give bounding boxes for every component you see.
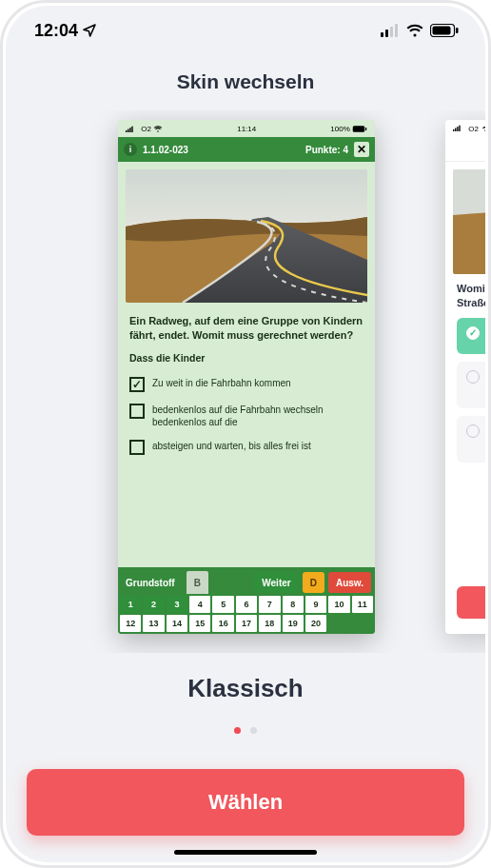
- battery-icon: [430, 24, 459, 37]
- pager-dot[interactable]: [234, 727, 241, 734]
- tab-b[interactable]: B: [187, 571, 208, 594]
- peek-question-text: Womit mStraßenk: [445, 282, 485, 310]
- check-circle-icon: [466, 326, 480, 340]
- question-nav-cell[interactable]: 15: [189, 615, 210, 632]
- question-nav-cell[interactable]: 14: [167, 615, 187, 632]
- svg-rect-16: [457, 127, 458, 131]
- info-icon[interactable]: i: [124, 143, 137, 156]
- peek-bottom-button[interactable]: [457, 586, 485, 619]
- question-nav-cell[interactable]: 5: [212, 596, 233, 613]
- svg-rect-1: [385, 30, 388, 37]
- svg-rect-11: [353, 126, 365, 132]
- peek-answer-correct[interactable]: Dortgebl: [457, 318, 485, 354]
- points-label: Punkte: 4: [305, 145, 348, 155]
- peek-header: Abzubrechen: [445, 137, 485, 162]
- preview-carrier: O2: [126, 125, 163, 133]
- question-nav-cell[interactable]: 16: [212, 615, 233, 632]
- svg-rect-12: [365, 128, 366, 130]
- svg-rect-3: [395, 24, 398, 37]
- next-button[interactable]: Weiter: [254, 572, 298, 593]
- preview-status-bar: O2 11:14 100%: [118, 120, 375, 137]
- svg-rect-9: [129, 128, 130, 132]
- checkbox-icon[interactable]: [129, 377, 145, 392]
- question-nav-cell[interactable]: 4: [189, 596, 210, 613]
- carousel-dots: [6, 727, 485, 734]
- question-nav-cell[interactable]: 18: [259, 615, 280, 632]
- question-nav-cell[interactable]: 13: [143, 615, 164, 632]
- question-nav-cell[interactable]: 9: [305, 596, 326, 613]
- question-nav-cell[interactable]: 10: [328, 596, 349, 613]
- cell-signal-icon: [381, 24, 400, 37]
- svg-rect-2: [390, 27, 393, 37]
- svg-rect-0: [381, 32, 383, 37]
- question-id: 1.1.02-023: [143, 145, 188, 155]
- wifi-icon: [405, 24, 424, 37]
- skin-preview-card-next: O2 Abzubrechen Womit mStraßenk: [445, 120, 485, 634]
- svg-rect-7: [126, 129, 127, 131]
- peek-answer-option[interactable]: Es kentgFahr: [457, 416, 485, 463]
- peek-question-image: [453, 169, 485, 274]
- question-nav-cell[interactable]: 17: [236, 615, 257, 632]
- submit-button[interactable]: Ausw.: [328, 572, 371, 593]
- question-nav-cell-empty: [352, 615, 373, 632]
- question-nav-cell[interactable]: 20: [305, 615, 326, 632]
- question-nav-cell[interactable]: 8: [283, 596, 304, 613]
- svg-rect-8: [128, 128, 128, 132]
- svg-rect-13: [126, 169, 367, 227]
- svg-rect-14: [453, 128, 454, 130]
- question-subtext: Dass die Kinder: [129, 352, 363, 364]
- svg-rect-6: [456, 28, 459, 33]
- radio-icon: [466, 424, 480, 438]
- answer-option[interactable]: absteigen und warten, bis alles frei ist: [129, 434, 363, 461]
- answer-text: bedenkenlos auf die Fahrbahn wechseln be…: [152, 404, 363, 428]
- clock-text: 12:04: [34, 21, 78, 41]
- preview-battery: 100%: [330, 125, 367, 133]
- question-nav-cell[interactable]: 12: [120, 615, 141, 632]
- preview-question-header: i 1.1.02-023 Punkte: 4 ✕: [118, 137, 375, 162]
- choose-button[interactable]: Wählen: [27, 769, 464, 836]
- svg-rect-15: [455, 128, 456, 131]
- answers-list: Zu weit in die Fahrbahn kommenbedenkenlo…: [129, 371, 363, 461]
- device-frame: 12:04 Skin wechseln O2 11:14: [0, 0, 491, 868]
- tab-grundstoff[interactable]: Grundstoff: [118, 571, 183, 594]
- answer-option[interactable]: Zu weit in die Fahrbahn kommen: [129, 371, 363, 398]
- question-text: Ein Radweg, auf dem eine Gruppe von Kind…: [129, 314, 363, 343]
- answer-text: absteigen und warten, bis alles frei ist: [152, 440, 311, 452]
- preview-footer: Grundstoff B Weiter D Ausw. 123456789101…: [118, 567, 375, 634]
- home-indicator[interactable]: [174, 850, 317, 855]
- close-icon[interactable]: ✕: [354, 142, 369, 157]
- preview-time: 11:14: [237, 125, 256, 133]
- skin-preview-card: O2 11:14 100% i 1.1.02-023 Punkte: 4 ✕: [118, 120, 375, 634]
- radio-icon: [466, 370, 480, 384]
- question-nav-cell[interactable]: 2: [143, 596, 164, 613]
- answer-option[interactable]: bedenkenlos auf die Fahrbahn wechseln be…: [129, 398, 363, 434]
- question-image: [126, 169, 367, 303]
- svg-rect-10: [131, 126, 132, 131]
- svg-rect-17: [459, 125, 460, 130]
- question-nav-cell[interactable]: 3: [167, 596, 187, 613]
- pager-dot[interactable]: [250, 727, 257, 734]
- d-button[interactable]: D: [303, 572, 324, 593]
- peek-answer-option[interactable]: Auf iein kbefir: [457, 362, 485, 408]
- checkbox-icon[interactable]: [129, 440, 145, 455]
- status-bar: 12:04: [6, 6, 485, 55]
- question-nav-grid: 1234567891011121314151617181920: [118, 594, 375, 634]
- svg-rect-18: [453, 169, 485, 215]
- status-time: 12:04: [34, 21, 97, 41]
- skin-preview-carousel[interactable]: O2 11:14 100% i 1.1.02-023 Punkte: 4 ✕: [6, 110, 485, 653]
- skin-name-label: Klassisch: [6, 674, 485, 703]
- peek-status-bar: O2: [445, 120, 485, 137]
- page-title: Skin wechseln: [6, 70, 485, 93]
- question-nav-cell[interactable]: 1: [120, 596, 141, 613]
- question-nav-cell-empty: [328, 615, 349, 632]
- question-nav-cell[interactable]: 6: [236, 596, 257, 613]
- svg-rect-5: [433, 27, 451, 35]
- question-nav-cell[interactable]: 11: [352, 596, 373, 613]
- question-nav-cell[interactable]: 7: [259, 596, 280, 613]
- answer-text: Zu weit in die Fahrbahn kommen: [152, 377, 291, 389]
- question-nav-cell[interactable]: 19: [283, 615, 304, 632]
- location-arrow-icon: [82, 23, 97, 38]
- checkbox-icon[interactable]: [129, 404, 145, 419]
